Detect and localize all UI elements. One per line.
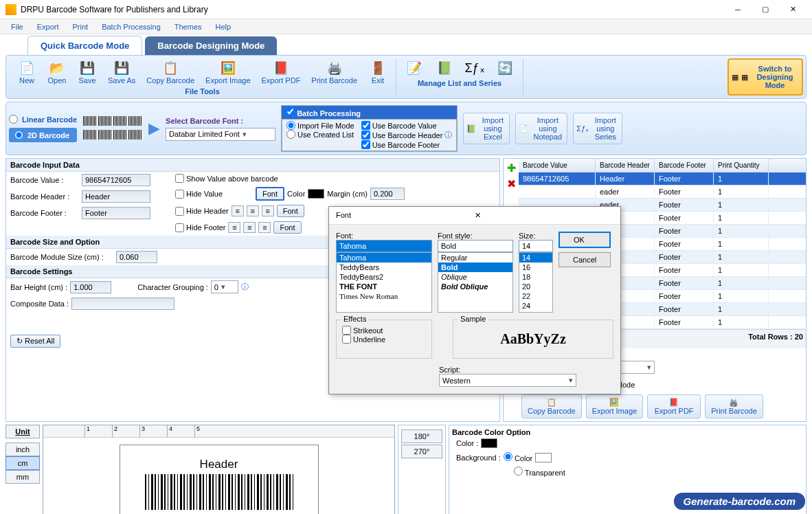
exit-button[interactable]: 🚪Exit: [363, 58, 393, 86]
help-icon[interactable]: ⓘ: [241, 282, 249, 292]
input-data-header: Barcode Input Data: [6, 159, 499, 172]
save-button[interactable]: 💾Save: [72, 58, 102, 86]
barcode-header-input[interactable]: [82, 190, 150, 203]
add-row-button[interactable]: ✚: [505, 161, 517, 175]
menu-themes[interactable]: Themes: [168, 21, 209, 32]
save-as-button[interactable]: 💾Save As: [102, 58, 141, 86]
use-created-radio[interactable]: Use Created List: [286, 130, 354, 139]
barcode-color-swatch[interactable]: [481, 438, 497, 448]
font-name-input[interactable]: Tahoma: [336, 240, 432, 252]
cancel-button[interactable]: Cancel: [559, 252, 611, 267]
linear-barcode-radio[interactable]: Linear Barcode: [9, 115, 77, 124]
unit-mm-button[interactable]: mm: [5, 470, 40, 484]
barcode-font-combo[interactable]: Databar Limited Font▾: [166, 128, 275, 141]
use-header-check[interactable]: Use Barcode Header ⓘ: [361, 130, 453, 140]
menu-file[interactable]: File: [4, 21, 30, 32]
export-image-button[interactable]: 🖼️Export Image: [200, 58, 256, 86]
menu-batch[interactable]: Batch Processing: [95, 21, 168, 32]
barcode-footer-input[interactable]: [82, 207, 150, 219]
font-style-input[interactable]: Bold: [438, 240, 513, 252]
preview-header: Header: [133, 458, 306, 471]
value-font-button[interactable]: Font: [256, 187, 284, 201]
reset-all-button[interactable]: ↻ Reset All: [10, 335, 60, 348]
composite-data-input[interactable]: [71, 298, 174, 310]
copy-barcode-btn2[interactable]: 📋Copy Barcode: [521, 394, 582, 418]
strikeout-check[interactable]: Strikeout: [342, 326, 426, 335]
open-icon: 📂: [47, 60, 67, 76]
footer-align-right-button[interactable]: ≡: [258, 222, 271, 233]
style-list[interactable]: Regular Bold Oblique Bold Oblique: [438, 252, 513, 313]
align-center-button[interactable]: ≡: [247, 205, 259, 216]
close-button[interactable]: ✕: [779, 1, 807, 18]
switch-mode-button[interactable]: ▦ ▦ Switch to Designing Mode: [728, 58, 803, 96]
unit-cm-button[interactable]: cm: [5, 456, 40, 470]
print-barcode-button[interactable]: 🖨️Print Barcode: [306, 58, 363, 86]
hide-value-check[interactable]: Hide Value: [175, 190, 223, 199]
manage-edit-button[interactable]: 📝: [399, 58, 429, 78]
use-value-check[interactable]: Use Barcode Value: [361, 121, 453, 130]
export-pdf-btn2[interactable]: 📕Export PDF: [647, 394, 701, 418]
table-row[interactable]: 98654712605HeaderFooter1: [519, 172, 806, 186]
dialog-title: Font: [336, 211, 471, 220]
header-font-button[interactable]: Font: [277, 205, 304, 217]
open-button[interactable]: 📂Open: [42, 58, 72, 86]
orient-270-button[interactable]: 270°: [401, 445, 442, 458]
delete-row-button[interactable]: ✖: [505, 177, 517, 190]
manage-fx-button[interactable]: Σƒₓ: [460, 58, 490, 78]
new-button[interactable]: 📄New: [12, 58, 42, 86]
module-size-input[interactable]: [116, 251, 157, 263]
margin-input[interactable]: [370, 188, 405, 200]
size-list[interactable]: 14 16 18 20 22 24 26: [519, 252, 553, 313]
hide-footer-check[interactable]: Hide Footer: [175, 223, 225, 232]
barcode-value-input[interactable]: [82, 174, 150, 186]
font-list[interactable]: Tahoma TeddyBears TeddyBears2 THE FONT T…: [336, 252, 432, 313]
footer-align-center-button[interactable]: ≡: [243, 222, 256, 233]
import-notepad-button[interactable]: 📄Import using Notepad: [515, 113, 567, 144]
footer-font-button[interactable]: Font: [273, 221, 301, 234]
orient-180-button[interactable]: 180°: [401, 429, 442, 443]
align-right-button[interactable]: ≡: [262, 205, 274, 216]
tab-quick-mode[interactable]: Quick Barcode Mode: [27, 36, 142, 55]
import-series-button[interactable]: ΣƒₓImport using Series: [573, 113, 622, 144]
menu-print[interactable]: Print: [66, 21, 95, 32]
align-left-button[interactable]: ≡: [232, 205, 244, 216]
bar-height-input[interactable]: [70, 281, 111, 293]
table-row[interactable]: eaderFooter1: [519, 186, 806, 199]
char-group-combo[interactable]: 0▾: [211, 280, 238, 293]
unit-inch-button[interactable]: inch: [5, 443, 40, 456]
value-color-swatch[interactable]: [308, 189, 324, 199]
footer-align-left-button[interactable]: ≡: [228, 222, 240, 233]
import-file-radio[interactable]: Import File Mode: [286, 121, 354, 130]
ruler-horizontal: 12345: [43, 425, 394, 438]
font-size-input[interactable]: 14: [519, 240, 553, 252]
use-footer-check[interactable]: Use Barcode Footer: [361, 140, 453, 149]
manage-export-button[interactable]: 📗: [429, 58, 460, 78]
export-image-btn2[interactable]: 🖼️Export Image: [586, 394, 643, 418]
minimize-button[interactable]: ─: [724, 1, 752, 18]
dialog-close-button[interactable]: ✕: [471, 211, 613, 220]
batch-processing-check[interactable]: [286, 107, 295, 116]
copy-barcode-button[interactable]: 📋Copy Barcode: [141, 58, 200, 86]
menu-help[interactable]: Help: [209, 21, 238, 32]
hide-header-check[interactable]: Hide Header: [175, 207, 229, 216]
print-barcode-btn2[interactable]: 🖨️Print Barcode: [705, 394, 763, 418]
help-icon[interactable]: ⓘ: [444, 130, 452, 140]
manage-refresh-button[interactable]: 🔄: [490, 58, 520, 78]
menu-export[interactable]: Export: [30, 21, 66, 32]
total-rows-label: Total Rows : 20: [748, 333, 803, 346]
titlebar: DRPU Barcode Software for Publishers and…: [0, 0, 812, 19]
tab-designing-mode[interactable]: Barcode Designing Mode: [145, 36, 277, 55]
export-pdf-button[interactable]: 📕Export PDF: [256, 58, 306, 86]
bg-color-radio[interactable]: Color: [504, 452, 532, 462]
maximize-button[interactable]: ▢: [752, 1, 779, 18]
2d-barcode-radio[interactable]: 2D Barcode: [9, 128, 77, 142]
ok-button[interactable]: OK: [559, 232, 611, 248]
script-combo[interactable]: Western▾: [439, 374, 576, 387]
underline-check[interactable]: Underline: [342, 335, 426, 344]
label-icon: ▦: [741, 73, 748, 82]
show-above-check[interactable]: Show Value above barcode: [175, 174, 278, 183]
import-excel-button[interactable]: 📗Import using Excel: [463, 113, 510, 144]
bg-color-swatch[interactable]: [535, 453, 552, 462]
watermark: Generate-barcode.com: [674, 493, 805, 510]
bg-transparent-radio[interactable]: Transparent: [514, 467, 565, 477]
